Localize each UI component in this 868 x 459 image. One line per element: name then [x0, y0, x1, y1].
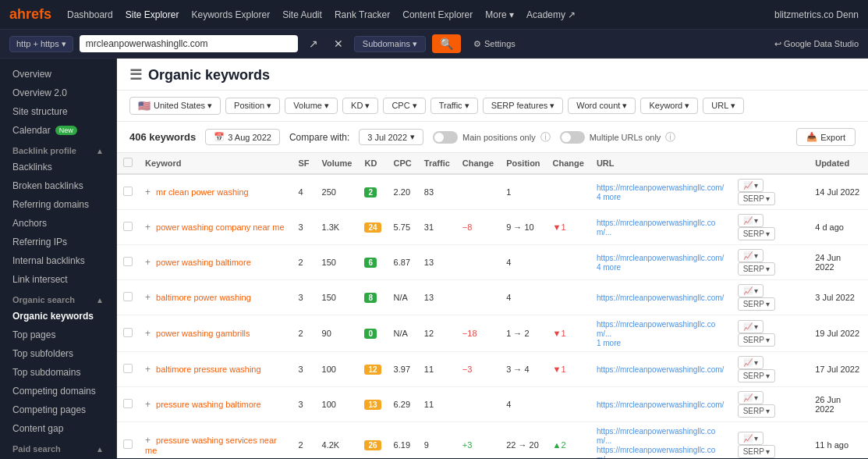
filter-keyword[interactable]: Keyword ▾ [640, 98, 698, 114]
row-checkbox[interactable] [117, 422, 139, 459]
keyword-link[interactable]: power washing baltimore [156, 258, 251, 267]
serp-button[interactable]: SERP ▾ [738, 404, 776, 418]
nav-site-explorer[interactable]: Site Explorer [126, 6, 179, 23]
url-link[interactable]: https://mrcleanpowerwashingllc.com/ [597, 400, 724, 409]
sidebar-section-paid[interactable]: Paid search▲ [0, 438, 116, 456]
main-positions-toggle[interactable] [433, 131, 458, 144]
col-volume[interactable]: Volume [316, 153, 359, 174]
keyword-link[interactable]: baltimore power washing [156, 293, 251, 302]
export-button[interactable]: 📥 Export [796, 128, 856, 146]
sidebar-item-competing-domains[interactable]: Competing domains [0, 382, 116, 400]
col-checkbox[interactable] [117, 153, 139, 174]
sidebar-item-top-pages[interactable]: Top pages [0, 326, 116, 344]
row-checkbox[interactable] [117, 245, 139, 280]
search-button[interactable]: 🔍 [432, 34, 461, 53]
row-checkbox[interactable] [117, 174, 139, 210]
col-position[interactable]: Position [500, 153, 546, 174]
add-keyword-btn[interactable]: + [145, 187, 151, 197]
sidebar-item-overview-2[interactable]: Overview 2.0 [0, 84, 116, 102]
url-link[interactable]: https://mrcleanpowerwashingllc.com/ [597, 294, 724, 302]
chart-button[interactable]: 📈 ▾ [738, 432, 764, 445]
sidebar-item-content-gap[interactable]: Content gap [0, 419, 116, 438]
add-keyword-btn[interactable]: + [145, 222, 151, 233]
serp-button[interactable]: SERP ▾ [738, 192, 776, 205]
nav-more[interactable]: More ▾ [485, 6, 514, 23]
url-more[interactable]: 4 more [597, 263, 621, 272]
url-link[interactable]: https://mrcleanpowerwashingllc.com/ [597, 183, 724, 192]
chart-button[interactable]: 📈 ▾ [738, 214, 764, 227]
add-keyword-btn[interactable]: + [145, 292, 151, 303]
chart-button[interactable]: 📈 ▾ [738, 284, 764, 297]
url-link[interactable]: https://mrcleanpowerwashingllc.com/... [597, 320, 715, 338]
col-keyword[interactable]: Keyword [139, 153, 292, 174]
sidebar-item-top-subdomains[interactable]: Top subdomains [0, 363, 116, 382]
nav-keywords-explorer[interactable]: Keywords Explorer [191, 6, 270, 23]
add-keyword-btn[interactable]: + [145, 399, 151, 410]
filter-position[interactable]: Position ▾ [225, 98, 280, 114]
chart-button[interactable]: 📈 ▾ [738, 249, 764, 262]
add-keyword-btn[interactable]: + [145, 257, 151, 268]
row-checkbox[interactable] [117, 280, 139, 315]
col-updated[interactable]: Updated [809, 153, 868, 174]
row-checkbox[interactable] [117, 210, 139, 245]
col-kd[interactable]: KD [358, 153, 387, 174]
google-data-studio-link[interactable]: ↩ Google Data Studio [774, 39, 859, 49]
protocol-select[interactable]: http + https ▾ [9, 36, 73, 52]
sidebar-item-internal-backlinks[interactable]: Internal backlinks [0, 251, 116, 270]
open-external-icon[interactable]: ↗ [304, 36, 323, 52]
keyword-link[interactable]: baltimore pressure washing [156, 365, 261, 374]
url-link[interactable]: https://mrcleanpowerwashingllc.com/ [597, 254, 724, 262]
sidebar-item-backlinks[interactable]: Backlinks [0, 158, 116, 176]
url-input[interactable] [80, 35, 298, 52]
chart-button[interactable]: 📈 ▾ [738, 320, 764, 333]
url-link[interactable]: https://mrcleanpowerwashingllc.com/ [597, 365, 724, 374]
subdomains-button[interactable]: Subdomains ▾ [354, 36, 426, 52]
url-link-2[interactable]: https://mrcleanpowerwashingllc.com/... [597, 446, 715, 458]
nav-site-audit[interactable]: Site Audit [282, 6, 322, 23]
url-more[interactable]: 1 more [597, 339, 621, 347]
row-checkbox[interactable] [117, 315, 139, 352]
filter-kd[interactable]: KD ▾ [342, 98, 378, 114]
col-change[interactable]: Change [456, 153, 500, 174]
col-pos-change[interactable]: Change [547, 153, 590, 174]
url-link[interactable]: https://mrcleanpowerwashingllc.com/... [597, 427, 715, 445]
sidebar-item-overview[interactable]: Overview [0, 65, 116, 84]
sidebar-section-backlink[interactable]: Backlink profile▲ [0, 140, 116, 158]
sidebar-item-calendar[interactable]: Calendar New [0, 121, 116, 140]
row-checkbox[interactable] [117, 387, 139, 422]
sidebar-item-organic-keywords[interactable]: Organic keywords [0, 307, 116, 326]
keyword-link[interactable]: mr clean power washing [156, 187, 249, 197]
keyword-link[interactable]: pressure washing services near me [145, 436, 277, 455]
sidebar-item-anchors[interactable]: Anchors [0, 214, 116, 233]
keyword-link[interactable]: power washing company near me [156, 222, 284, 232]
clear-icon[interactable]: ✕ [329, 36, 348, 52]
chart-button[interactable]: 📈 ▾ [738, 179, 764, 192]
settings-link[interactable]: ⚙ Settings [473, 39, 515, 49]
add-keyword-btn[interactable]: + [145, 364, 151, 375]
serp-button[interactable]: SERP ▾ [738, 262, 776, 276]
multiple-urls-toggle[interactable] [560, 131, 585, 144]
nav-rank-tracker[interactable]: Rank Tracker [335, 6, 390, 23]
serp-button[interactable]: SERP ▾ [738, 333, 776, 347]
date-button[interactable]: 📅 3 Aug 2022 [205, 129, 280, 145]
url-more[interactable]: 4 more [597, 193, 621, 201]
sidebar-item-broken-backlinks[interactable]: Broken backlinks [0, 176, 116, 195]
keyword-link[interactable]: power washing gambrills [156, 329, 250, 338]
nav-dashboard[interactable]: Dashboard [67, 6, 113, 23]
serp-button[interactable]: SERP ▾ [738, 227, 776, 240]
sidebar-item-paid-keywords[interactable]: Paid keywords [0, 456, 116, 458]
filter-word-count[interactable]: Word count ▾ [568, 98, 636, 114]
row-checkbox[interactable] [117, 352, 139, 387]
serp-button[interactable]: SERP ▾ [738, 297, 776, 311]
col-url[interactable]: URL [590, 153, 732, 174]
sidebar-section-organic[interactable]: Organic search▲ [0, 289, 116, 307]
chart-button[interactable]: 📈 ▾ [738, 356, 764, 369]
col-cpc[interactable]: CPC [388, 153, 418, 174]
col-traffic[interactable]: Traffic [418, 153, 456, 174]
nav-academy[interactable]: Academy ↗ [526, 6, 576, 23]
filter-cpc[interactable]: CPC ▾ [383, 98, 425, 114]
url-link[interactable]: https://mrcleanpowerwashingllc.com/... [597, 219, 715, 237]
sidebar-item-link-intersect[interactable]: Link intersect [0, 270, 116, 289]
compare-date-button[interactable]: 3 Jul 2022 ▾ [359, 129, 423, 145]
serp-button[interactable]: SERP ▾ [738, 445, 776, 458]
